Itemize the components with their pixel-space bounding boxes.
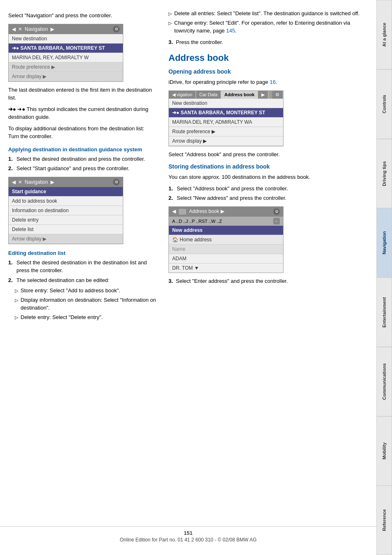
step3-text: 3. Press the controller. [168, 38, 364, 46]
section2-heading: Editing destination list [8, 250, 160, 256]
storing-text: You can store approx. 100 destinations i… [168, 173, 364, 181]
addr2-row-home: 🏠 Home address [169, 235, 283, 245]
back-icon: ← [273, 218, 280, 224]
para2: ➔● ➔● This symbol indicates the current … [8, 105, 160, 121]
nav-row-marina: MARINA DEL REY, ADMIRALTY W [9, 53, 123, 62]
nav-widget-1-settings-icon: ⚙ [113, 26, 120, 32]
step3-2: 2. Select "New address" and press the co… [168, 194, 364, 202]
x-icon2: ✕ [18, 179, 22, 185]
para1: The last destination entered is the firs… [8, 86, 160, 102]
steps1-list: 1. Select the desired destination and pr… [8, 155, 160, 173]
sidebar-tab-navigation[interactable]: Navigation [376, 208, 392, 278]
intro-text: Select "Navigation" and press the contro… [8, 12, 160, 20]
nav-widget-1-title: ◀ ✕ Navigation ▶ [12, 26, 54, 32]
bullet-right-2: Change entry: Select "Edit". For operati… [168, 19, 364, 35]
bullet-right-1: Delete all entries: Select "Delete list"… [168, 9, 364, 18]
x-icon: ✕ [18, 26, 22, 32]
para3: To display additional destinations from … [8, 125, 160, 141]
nav2-row-add: Add to address book [9, 197, 123, 206]
step3-1: 1. Select "Address book" and press the c… [168, 185, 364, 193]
bullets-right-list: Delete all entries: Select "Delete list"… [168, 9, 364, 35]
sidebar-tab-driving-tips[interactable]: Driving tips [376, 139, 392, 208]
bullets2-list: Store entry: Select "Add to address book… [15, 287, 160, 321]
step1-2: 2. Select "Start guidance" and press the… [8, 164, 160, 173]
addr1-row-route: Route preference ▶ [169, 127, 283, 136]
nav2-row-info: Information on destination [9, 206, 123, 215]
nav-widget-2: ◀ ✕ Navigation ▶ ⚙ Start guidance Add to… [8, 177, 123, 244]
addr-widget-2: ◀ Address book ▶ ⚙ A ..D ..J ..P ..RST .… [168, 206, 284, 273]
nav-widget-2-header: ◀ ✕ Navigation ▶ ⚙ [9, 177, 123, 187]
footer-text: Online Edition for Part no. 01 41 2 600 … [120, 537, 256, 543]
tab-car-data[interactable]: Car Data [196, 91, 221, 99]
right-column: Delete all entries: Select "Delete list"… [168, 8, 364, 547]
nav-widget-1-title-text: Navigation [25, 26, 48, 32]
nav-widget-1: ◀ ✕ Navigation ▶ ⚙ New destination ➔● SA… [8, 24, 123, 82]
right-arrow-icon: ▶ [51, 26, 54, 32]
left-arrow-icon2: ◀ [12, 179, 16, 185]
tab-navigation[interactable]: ◀ vigation [169, 91, 196, 99]
addr-book-icon [179, 209, 186, 215]
page-footer: 151 Online Edition for Part no. 01 41 2 … [0, 526, 376, 543]
nav-widget-2-title-text: Navigation [25, 179, 48, 185]
bullet2-3: Delete entry: Select "Delete entry". [15, 313, 160, 321]
nav-widget-2-title: ◀ ✕ Navigation ▶ [12, 179, 54, 185]
nav2-row-delete-list: Delete list [9, 225, 123, 234]
bullet2-1: Store entry: Select "Add to address book… [15, 287, 160, 295]
opening-text: iDrive, for operating principle refer to… [168, 78, 364, 86]
nav-row-santa-barbara: ➔● SANTA BARBARA, MONTERREY ST [9, 44, 123, 53]
addr1-row-marina: MARINA DEL REY, ADMIRALTY WA [169, 118, 283, 127]
addr-widget-1-tabs: ◀ vigation Car Data Address book ▶ ⚙ [169, 91, 283, 99]
right-arrow-icon2: ▶ [51, 179, 54, 185]
sidebar-tab-mobility[interactable]: Mobility [376, 416, 392, 486]
page-number: 151 [0, 530, 376, 536]
tab-address-book[interactable]: Address book [221, 91, 258, 99]
sidebar-tab-at-a-glance[interactable]: At a glance [376, 0, 392, 69]
addr2-row-name: Name [169, 245, 283, 254]
nav2-row-delete-entry: Delete entry [9, 215, 123, 225]
nav-row-arrow-display: Arrow display ▶ [9, 72, 123, 81]
addr2-settings-icon: ⚙ [273, 208, 280, 215]
step4-text: 3. Select "Enter address" and press the … [168, 277, 364, 285]
big-heading: Address book [168, 53, 364, 63]
step1-1: 1. Select the desired destination and pr… [8, 155, 160, 163]
nav-widget-1-header: ◀ ✕ Navigation ▶ ⚙ [9, 24, 123, 34]
left-column: Select "Navigation" and press the contro… [8, 8, 160, 547]
left-arrow-icon: ◀ [12, 26, 16, 32]
nav-row-new-dest: New destination [9, 34, 123, 44]
addr1-row-new: New destination [169, 99, 283, 108]
steps2-list: 1. Select the desired destination in the… [8, 259, 160, 284]
dest-symbol: ➔● [8, 106, 16, 112]
section1-heading: Applying destination in destination guid… [8, 146, 160, 153]
nav2-row-arrow: Arrow display ▶ [9, 234, 123, 244]
step2-2: 2. The selected destination can be edite… [8, 276, 160, 284]
addr1-row-arrow: Arrow display ▶ [169, 136, 283, 146]
main-content: Select "Navigation" and press the contro… [0, 0, 376, 555]
sub2-heading: Storing destinations in address book [168, 163, 364, 170]
bullet2-2: Display information on destination: Sele… [15, 296, 160, 312]
sidebar-tab-controls[interactable]: Controls [376, 69, 392, 139]
addr2-row-new: New address [169, 226, 283, 235]
addr1-row-santa: ➔● SANTA BARBARA, MONTERREY ST [169, 108, 283, 118]
opening-text2: Select "Address book" and press the cont… [168, 150, 364, 159]
addr2-header-left: ◀ Address book ▶ [172, 208, 224, 215]
sidebar-tab-communications[interactable]: Communications [376, 347, 392, 416]
sub1-heading: Opening address book [168, 68, 364, 75]
nav2-row-start: Start guidance [9, 187, 123, 197]
tab-settings-icon: ⚙ [272, 91, 283, 99]
addr2-row-adam: ADAM [169, 254, 283, 264]
tab-arrow[interactable]: ▶ [258, 91, 268, 99]
sidebar-tab-entertainment[interactable]: Entertainment [376, 278, 392, 347]
step2-1: 1. Select the desired destination in the… [8, 259, 160, 275]
nav-row-route-pref: Route preference ▶ [9, 62, 123, 72]
addr-widget-1: ◀ vigation Car Data Address book ▶ ⚙ New… [168, 90, 284, 146]
sidebar-tabs: At a glance Controls Driving tips Naviga… [376, 0, 392, 555]
addr2-row-dr-tom: DR. TOM ▼ [169, 264, 283, 273]
addr2-header: ◀ Address book ▶ ⚙ [169, 207, 283, 217]
sidebar-tab-reference[interactable]: Reference [376, 486, 392, 555]
steps3-list: 1. Select "Address book" and press the c… [168, 185, 364, 202]
nav-widget-2-settings-icon: ⚙ [113, 179, 120, 185]
addr2-alpha-row: A ..D ..J ..P ..RST ..W ..Z ← [169, 217, 283, 226]
